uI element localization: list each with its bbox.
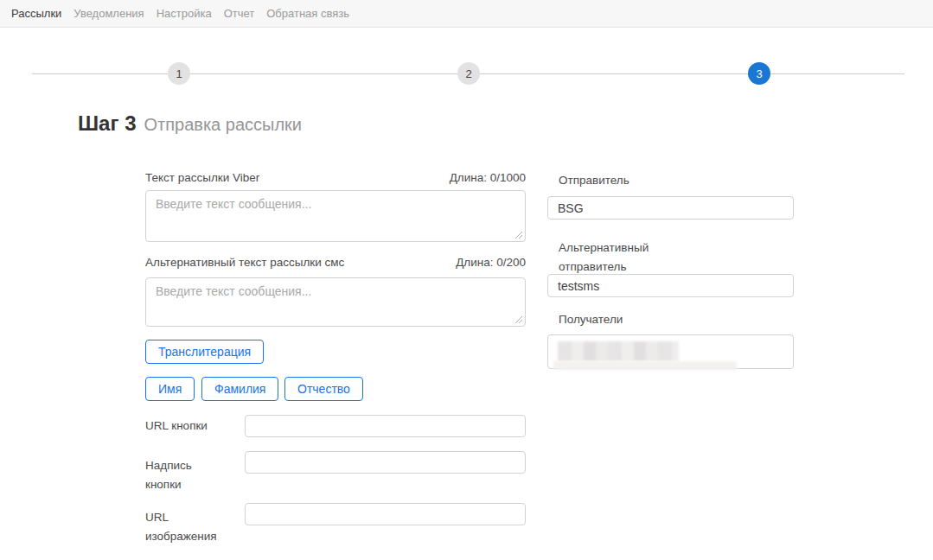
stepper-step-1[interactable]: 1 [168, 62, 190, 85]
resize-handle-icon[interactable] [514, 231, 523, 239]
button-caption-label: Надпись кнопки [145, 456, 214, 494]
redacted-value-strip [553, 361, 737, 370]
top-nav: Рассылки Уведомления Настройка Отчет Обр… [0, 0, 933, 28]
image-url-label: URL изображения [145, 508, 227, 546]
sender-label: Отправитель [559, 174, 629, 187]
sms-length-counter: Длина: 0/200 [456, 256, 526, 269]
image-url-input[interactable] [245, 503, 526, 525]
viber-length-counter: Длина: 0/1000 [450, 171, 526, 184]
button-url-input[interactable] [245, 415, 526, 437]
alt-sender-input[interactable] [547, 274, 794, 297]
alt-sender-label: Альтернативный отправитель [559, 239, 697, 277]
nav-item-report[interactable]: Отчет [224, 7, 255, 20]
stepper-step-2[interactable]: 2 [457, 62, 480, 85]
nav-item-feedback[interactable]: Обратная связь [266, 7, 349, 20]
sms-textarea-wrap [145, 277, 526, 327]
middle-name-button[interactable]: Отчество [284, 377, 363, 401]
viber-text-label: Текст рассылки Viber [145, 171, 259, 184]
first-name-button[interactable]: Имя [145, 377, 195, 401]
button-caption-input[interactable] [245, 451, 526, 474]
nav-item-mailings[interactable]: Рассылки [11, 7, 61, 20]
step-subtitle: Отправка рассылки [144, 115, 302, 135]
page-title: Шаг 3 Отправка рассылки [78, 111, 302, 136]
resize-handle-icon[interactable] [514, 315, 523, 324]
redacted-value-blur [558, 341, 679, 361]
button-url-label: URL кнопки [145, 419, 208, 432]
recipients-input[interactable] [547, 334, 794, 369]
stepper-step-3[interactable]: 3 [748, 62, 770, 85]
sender-input[interactable] [547, 196, 794, 220]
nav-item-notifications[interactable]: Уведомления [73, 7, 144, 20]
sms-label-row: Альтернативный текст рассылки смс Длина:… [145, 256, 526, 269]
sms-text-label: Альтернативный текст рассылки смс [145, 256, 344, 269]
sms-text-input[interactable] [145, 277, 526, 327]
step-title: Шаг 3 [78, 111, 136, 136]
viber-textarea-wrap [145, 190, 526, 242]
transliteration-button[interactable]: Транслитерация [145, 340, 264, 364]
nav-item-settings[interactable]: Настройка [157, 7, 212, 20]
viber-label-row: Текст рассылки Viber Длина: 0/1000 [145, 171, 526, 184]
viber-text-input[interactable] [145, 190, 526, 242]
recipients-label: Получатели [559, 313, 623, 326]
last-name-button[interactable]: Фамилия [201, 377, 278, 401]
